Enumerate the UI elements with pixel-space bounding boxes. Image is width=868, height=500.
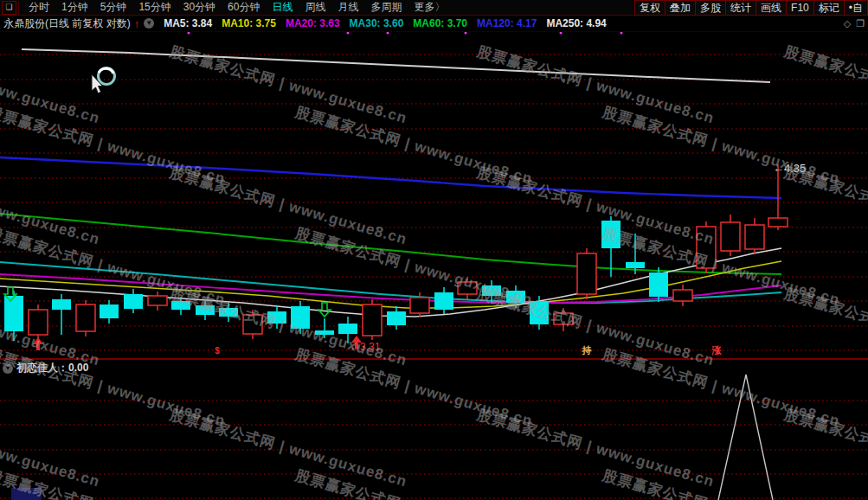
diamond-icon[interactable]: ◇ [844, 18, 851, 29]
candle[interactable] [243, 315, 262, 334]
candle[interactable] [219, 308, 238, 317]
period-tab-4[interactable]: 30分钟 [177, 0, 222, 15]
period-tab-1[interactable]: 1分钟 [55, 0, 94, 15]
signal-text: 持 [582, 345, 592, 356]
panel-toggle-icon[interactable]: ❏ [2, 1, 16, 15]
ma-value-5: MA120: 4.17 [477, 17, 537, 29]
candle[interactable] [4, 296, 23, 331]
infobar-right-icons: ◇❐ [844, 18, 865, 29]
toolbar-buttons: 复权叠加多股统计画线F10标记•自 [635, 0, 868, 16]
window-icon[interactable]: ❐ [856, 18, 865, 29]
candle[interactable] [601, 221, 620, 248]
ma-value-3: MA30: 3.60 [350, 17, 404, 29]
candlestick-chart[interactable]: $持涨←4.35←3.31 [0, 0, 868, 500]
candle[interactable] [649, 272, 668, 297]
candle[interactable] [29, 310, 48, 335]
period-tabs: 分时1分钟5分钟15分钟30分钟60分钟日线周线月线多周期更多〉 [23, 0, 451, 15]
candle[interactable] [506, 291, 525, 303]
candle[interactable] [626, 262, 645, 268]
candle[interactable] [745, 225, 764, 249]
period-tab-9[interactable]: 多周期 [364, 0, 408, 15]
toolbar-divider [18, 1, 19, 15]
sub-indicator-spike [718, 375, 773, 500]
chevron-down-icon[interactable]: ▾ [144, 18, 154, 29]
signal-arrow-down-icon [318, 303, 331, 317]
candle[interactable] [410, 298, 429, 313]
candle[interactable] [124, 294, 143, 309]
candle[interactable] [387, 311, 406, 325]
candle[interactable] [554, 313, 573, 324]
ma-value-6: MA250: 4.94 [546, 17, 606, 29]
candle[interactable] [768, 218, 788, 227]
candle[interactable] [434, 292, 453, 310]
toolbar-button-2[interactable]: 多股 [695, 0, 726, 16]
candle[interactable] [315, 330, 334, 335]
candle[interactable] [100, 304, 119, 318]
price-up-arrow-icon: ↑ [134, 17, 140, 30]
candle[interactable] [338, 324, 357, 334]
candle[interactable] [721, 222, 740, 251]
price-label: ←4.35 [773, 162, 806, 175]
period-tab-6[interactable]: 日线 [266, 0, 299, 15]
price-label: ←3.31 [350, 341, 381, 353]
period-tab-7[interactable]: 周线 [299, 0, 331, 15]
ma-value-2: MA20: 3.63 [286, 17, 340, 29]
period-tab-3[interactable]: 15分钟 [132, 0, 177, 15]
toolbar-button-0[interactable]: 复权 [634, 0, 665, 16]
candle[interactable] [530, 301, 549, 324]
period-tab-0[interactable]: 分时 [23, 0, 55, 15]
candle[interactable] [52, 299, 71, 310]
candle[interactable] [267, 311, 286, 324]
info-bar: 永鼎股份(日线 前复权 对数) ↑ ▾ MA5: 3.84MA10: 3.75M… [0, 16, 868, 32]
sub-indicator-label: ▾ 初恋佳人：0.00 [3, 361, 88, 375]
ma-legend: MA5: 3.84MA10: 3.75MA20: 3.63MA30: 3.60M… [154, 17, 607, 29]
toolbar-button-4[interactable]: 画线 [755, 0, 787, 16]
toolbar-button-1[interactable]: 叠加 [665, 0, 696, 16]
candle[interactable] [291, 306, 310, 329]
top-toolbar: ❏ 分时1分钟5分钟15分钟30分钟60分钟日线周线月线多周期更多〉 复权叠加多… [0, 0, 868, 16]
signal-text: 涨 [711, 345, 723, 356]
period-tab-8[interactable]: 月线 [331, 0, 364, 15]
candle[interactable] [577, 253, 596, 294]
period-tab-10[interactable]: 更多〉 [408, 0, 451, 15]
ma-value-0: MA5: 3.84 [164, 17, 212, 29]
stock-title: 永鼎股份(日线 前复权 对数) [3, 16, 131, 31]
ma-line-ma60 [0, 214, 781, 274]
signal-text: $ [215, 346, 220, 356]
candle[interactable] [148, 296, 167, 305]
partial-button [11, 488, 42, 500]
toolbar-button-5[interactable]: F10 [786, 0, 814, 16]
toolbar-button-6[interactable]: 标记 [813, 0, 845, 16]
candle[interactable] [482, 285, 501, 296]
candle[interactable] [697, 227, 716, 268]
chevron-down-icon[interactable]: ▾ [3, 363, 13, 374]
signal-arrow-up-icon [33, 337, 43, 350]
candle[interactable] [171, 301, 190, 310]
trading-app-window: $持涨←4.35←3.31 ❏ 分时1分钟5分钟15分钟30分钟60分钟日线周线… [0, 0, 868, 500]
candle[interactable] [458, 282, 477, 294]
sub-indicator-text: 初恋佳人：0.00 [16, 361, 88, 375]
toolbar-button-3[interactable]: 统计 [725, 0, 756, 16]
period-tab-5[interactable]: 60分钟 [222, 0, 266, 15]
toolbar-button-7[interactable]: •自 [844, 0, 868, 16]
candle[interactable] [673, 290, 692, 301]
ma-value-1: MA10: 3.75 [222, 17, 276, 29]
period-tab-2[interactable]: 5分钟 [94, 0, 133, 15]
candle[interactable] [196, 305, 215, 315]
candle[interactable] [76, 304, 95, 331]
ma-value-4: MA60: 3.70 [413, 17, 467, 29]
candle[interactable] [363, 304, 382, 336]
